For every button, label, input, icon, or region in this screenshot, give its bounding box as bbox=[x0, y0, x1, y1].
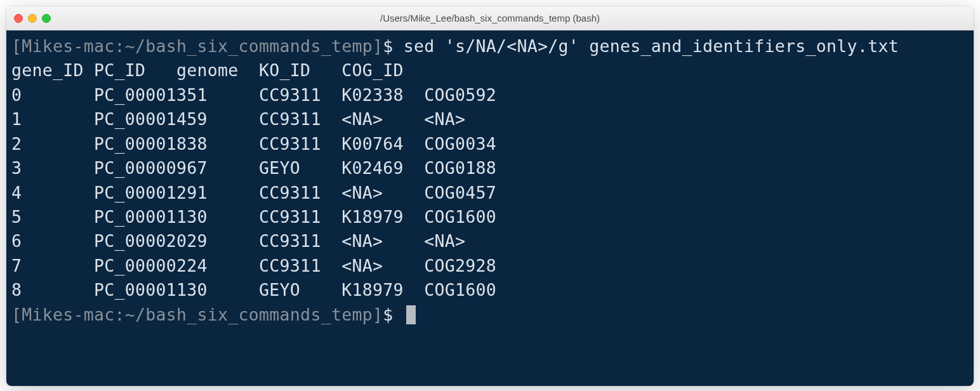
output-row: 7 PC_00000224 CC9311 <NA> COG2928 bbox=[11, 254, 969, 278]
cursor bbox=[406, 305, 416, 324]
prompt-host: [Mikes-mac:~/bash_six_commands_temp] bbox=[11, 36, 383, 56]
command-line: [Mikes-mac:~/bash_six_commands_temp]$ se… bbox=[11, 34, 969, 58]
output-row: 0 PC_00001351 CC9311 K02338 COG0592 bbox=[11, 83, 969, 107]
prompt-symbol: $ bbox=[383, 36, 393, 56]
output-row: 3 PC_00000967 GEYO K02469 COG0188 bbox=[11, 156, 969, 180]
prompt-line: [Mikes-mac:~/bash_six_commands_temp]$ bbox=[11, 303, 969, 327]
command-text: sed 's/NA/<NA>/g' genes_and_identifiers_… bbox=[404, 36, 899, 56]
terminal-body[interactable]: [Mikes-mac:~/bash_six_commands_temp]$ se… bbox=[6, 30, 974, 386]
output-row: 8 PC_00001130 GEYO K18979 COG1600 bbox=[11, 278, 969, 302]
output-row: 2 PC_00001838 CC9311 K00764 COG0034 bbox=[11, 132, 969, 156]
terminal-window: /Users/Mike_Lee/bash_six_commands_temp (… bbox=[6, 6, 974, 386]
prompt-host: [Mikes-mac:~/bash_six_commands_temp] bbox=[11, 305, 383, 324]
output-row: 6 PC_00002029 CC9311 <NA> <NA> bbox=[11, 229, 969, 253]
title-bar: /Users/Mike_Lee/bash_six_commands_temp (… bbox=[6, 6, 974, 30]
output-header: gene_ID PC_ID genome KO_ID COG_ID bbox=[11, 58, 969, 83]
minimize-icon[interactable] bbox=[28, 14, 37, 23]
maximize-icon[interactable] bbox=[42, 14, 51, 23]
prompt-symbol: $ bbox=[383, 305, 393, 324]
traffic-lights bbox=[14, 14, 51, 23]
close-icon[interactable] bbox=[14, 14, 23, 23]
window-title: /Users/Mike_Lee/bash_six_commands_temp (… bbox=[14, 13, 966, 23]
output-row: 1 PC_00001459 CC9311 <NA> <NA> bbox=[11, 107, 969, 131]
output-row: 5 PC_00001130 CC9311 K18979 COG1600 bbox=[11, 205, 969, 229]
output-row: 4 PC_00001291 CC9311 <NA> COG0457 bbox=[11, 181, 969, 205]
